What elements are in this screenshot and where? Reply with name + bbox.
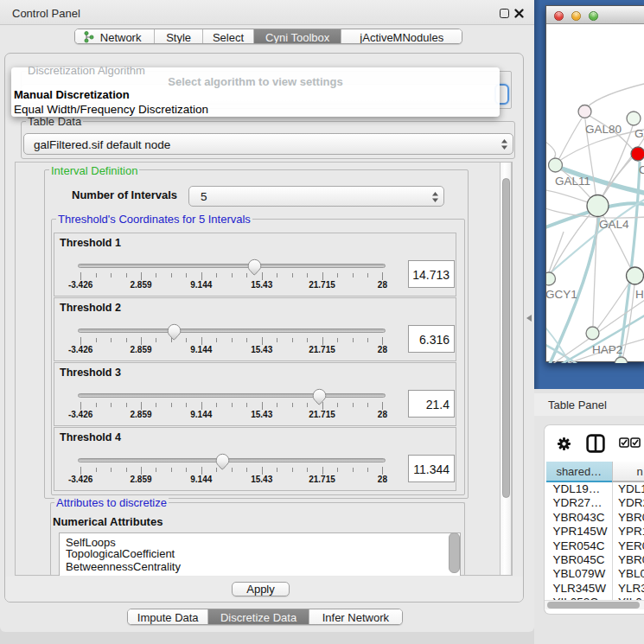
svg-text:GA: GA [634,127,644,140]
svg-text:GAL80: GAL80 [585,123,622,136]
svg-text:HAP2: HAP2 [592,343,622,356]
svg-text:C: C [639,163,644,176]
svg-text:GAL4: GAL4 [599,218,629,231]
svg-text:GAL11: GAL11 [555,175,590,188]
svg-text:H: H [635,288,644,301]
svg-text:GCY1: GCY1 [546,288,577,301]
